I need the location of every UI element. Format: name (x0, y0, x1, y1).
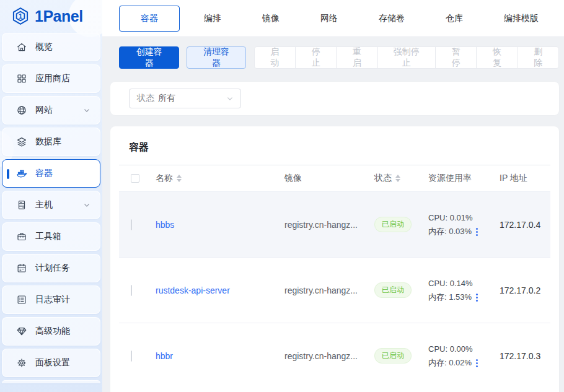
force-stop-button[interactable]: 强制停止 (377, 46, 436, 69)
resume-button[interactable]: 恢复 (476, 46, 518, 69)
app-window: 1 1Panel 概览 应用商店 (0, 0, 564, 392)
chevron-down-icon (226, 94, 234, 103)
status-filter-label: 状态 (137, 93, 154, 104)
1panel-logo-icon: 1 (11, 7, 30, 25)
sidebar-item-label: 面板设置 (35, 357, 70, 368)
row-checkbox[interactable] (131, 285, 132, 296)
sidebar-item-app-store[interactable]: 应用商店 (2, 64, 100, 93)
container-table: 名称 镜像 状态 资源使用率 IP 地址 h (119, 165, 550, 388)
resource-more-icon[interactable] (476, 231, 478, 233)
cpu-usage: CPU: 0.01% (428, 211, 500, 225)
sidebar-item-container[interactable]: 容器 (2, 159, 100, 188)
batch-action-group: 启动 停止 重启 强制停止 暂停 恢复 删除 (254, 46, 559, 69)
delete-button[interactable]: 删除 (518, 46, 559, 69)
resource-usage: CPU: 0.01% 内存: 0.03% (428, 211, 500, 238)
restart-button[interactable]: 重启 (336, 46, 377, 69)
sidebar-item-toolbox[interactable]: 工具箱 (2, 222, 100, 251)
tab-image[interactable]: 镜像 (245, 6, 296, 32)
row-checkbox[interactable] (131, 219, 132, 230)
globe-icon (16, 105, 27, 116)
cpu-usage: CPU: 0.14% (428, 277, 500, 290)
gear-icon (16, 357, 27, 368)
container-name-link[interactable]: hbbs (156, 220, 174, 230)
content-area: 创建容器 清理容器 启动 停止 重启 强制停止 暂停 恢复 删除 状态 所有 (102, 37, 564, 392)
sidebar-item-partial (2, 380, 100, 383)
start-button[interactable]: 启动 (254, 46, 296, 69)
column-header-resource: 资源使用率 (428, 173, 472, 184)
tab-compose-template[interactable]: 编排模版 (487, 6, 555, 32)
status-filter-select[interactable]: 状态 所有 (129, 89, 241, 108)
brand-logo: 1 1Panel (0, 0, 102, 31)
cpu-usage: CPU: 0.00% (428, 342, 500, 356)
column-header-status: 状态 (374, 173, 392, 184)
clean-container-button[interactable]: 清理容器 (187, 46, 245, 69)
host-icon (16, 199, 27, 211)
container-ip: 172.17.0.3 (500, 351, 550, 361)
chevron-down-icon (82, 201, 91, 209)
tab-compose[interactable]: 编排 (187, 6, 238, 32)
diamond-icon (16, 326, 27, 337)
sidebar: 1 1Panel 概览 应用商店 (0, 0, 102, 392)
container-name-link[interactable]: hbbr (156, 351, 173, 361)
tab-container[interactable]: 容器 (119, 6, 180, 32)
sidebar-item-website[interactable]: 网站 (2, 96, 100, 124)
table-title: 容器 (129, 141, 540, 154)
sidebar-menu: 概览 应用商店 网站 (0, 31, 102, 383)
status-badge: 已启动 (374, 348, 412, 364)
sidebar-item-label: 主机 (35, 199, 53, 211)
container-tabbar: 容器 编排 镜像 网络 存储卷 仓库 编排模版 (102, 0, 564, 37)
home-icon (16, 41, 27, 53)
container-image: registry.cn-hangz... (284, 220, 374, 230)
database-icon (16, 136, 27, 147)
active-indicator-bar (7, 169, 9, 179)
sidebar-item-label: 高级功能 (35, 326, 70, 337)
sidebar-item-settings[interactable]: 面板设置 (2, 349, 100, 377)
app-store-icon (16, 73, 27, 84)
column-header-name: 名称 (156, 173, 173, 184)
sidebar-item-label: 概览 (35, 41, 53, 53)
resource-more-icon[interactable] (476, 297, 478, 298)
status-badge: 已启动 (374, 282, 412, 298)
memory-usage: 内存: 1.53% (428, 290, 472, 304)
stop-button[interactable]: 停止 (295, 46, 337, 69)
toolbar: 创建容器 清理容器 启动 停止 重启 强制停止 暂停 恢复 删除 (119, 46, 559, 69)
status-badge: 已启动 (374, 217, 412, 232)
sidebar-item-label: 容器 (35, 168, 53, 179)
sort-status-icon[interactable] (395, 175, 400, 182)
row-checkbox[interactable] (131, 351, 132, 362)
table-row: rustdesk-api-server registry.cn-hangz...… (119, 257, 550, 323)
select-all-checkbox[interactable] (131, 174, 139, 183)
column-header-image: 镜像 (284, 173, 302, 184)
table-header-row: 名称 镜像 状态 资源使用率 IP 地址 (119, 165, 550, 191)
sidebar-item-overview[interactable]: 概览 (2, 33, 100, 61)
column-header-ip: IP 地址 (500, 173, 527, 184)
table-row: hbbs registry.cn-hangz... 已启动 CPU: 0.01%… (119, 191, 550, 257)
memory-usage: 内存: 0.03% (428, 225, 472, 238)
calendar-icon (16, 263, 27, 274)
create-container-button[interactable]: 创建容器 (119, 46, 179, 69)
resource-usage: CPU: 0.14% 内存: 1.53% (428, 277, 500, 304)
sidebar-item-database[interactable]: 数据库 (2, 128, 100, 156)
sidebar-item-label: 工具箱 (35, 231, 61, 242)
sidebar-item-host[interactable]: 主机 (2, 191, 100, 219)
tab-network[interactable]: 网络 (304, 6, 355, 32)
status-filter-value: 所有 (158, 93, 226, 104)
container-image: registry.cn-hangz... (284, 285, 374, 295)
tab-volume[interactable]: 存储卷 (362, 6, 421, 32)
sidebar-item-logs[interactable]: 日志审计 (2, 285, 100, 314)
sidebar-item-cron[interactable]: 计划任务 (2, 254, 100, 282)
container-name-link[interactable]: rustdesk-api-server (156, 285, 230, 295)
brand-name: 1Panel (35, 7, 83, 25)
sort-name-icon[interactable] (177, 175, 182, 182)
memory-usage: 内存: 0.02% (428, 356, 472, 370)
container-image: registry.cn-hangz... (284, 351, 374, 361)
resource-more-icon[interactable] (476, 362, 478, 364)
main-area: 容器 编排 镜像 网络 存储卷 仓库 编排模版 创建容器 清理容器 启动 停止 … (102, 0, 564, 392)
toolbox-icon (16, 231, 27, 242)
pause-button[interactable]: 暂停 (435, 46, 477, 69)
container-table-card: 容器 名称 镜像 状态 资源使用率 (110, 126, 559, 392)
tab-repo[interactable]: 仓库 (429, 6, 480, 32)
sidebar-item-label: 网站 (35, 105, 53, 116)
sidebar-item-label: 计划任务 (35, 263, 70, 274)
sidebar-item-pro[interactable]: 高级功能 (2, 317, 100, 346)
